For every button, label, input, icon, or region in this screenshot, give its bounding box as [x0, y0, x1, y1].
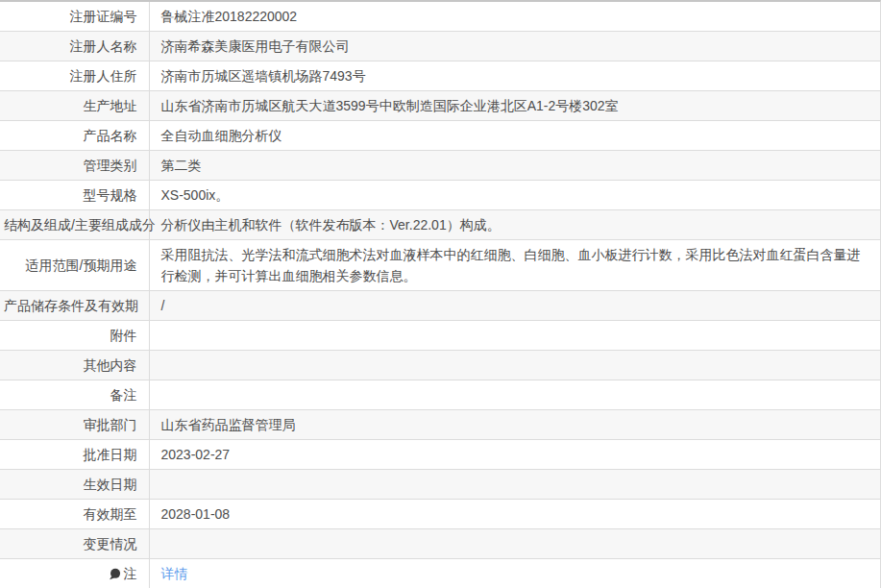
row-value: 详情: [149, 559, 880, 588]
table-row: 注册人名称济南希森美康医用电子有限公司: [0, 32, 880, 61]
row-value: 山东省济南市历城区航天大道3599号中欧制造国际企业港北区A1-2号楼302室: [149, 91, 880, 121]
row-label-text: 批准日期: [84, 447, 137, 462]
row-label-text: 附件: [110, 328, 137, 343]
row-value: 2028-01-08: [149, 500, 880, 529]
row-label-text: 产品名称: [84, 128, 137, 143]
table-row: 产品储存条件及有效期/: [0, 291, 880, 321]
row-value: 第二类: [149, 151, 880, 181]
row-value: 山东省药品监督管理局: [149, 410, 880, 440]
table-row: 批准日期2023-02-27: [0, 440, 880, 470]
row-label-text: 产品储存条件及有效期: [4, 298, 138, 313]
row-value: /: [149, 291, 880, 321]
row-value: 2023-02-27: [149, 440, 880, 470]
row-label-text: 备注: [110, 387, 137, 403]
row-label: 产品储存条件及有效期: [0, 291, 149, 321]
row-label: 管理类别: [0, 151, 149, 181]
row-value-text: 济南希森美康医用电子有限公司: [161, 38, 350, 54]
table-row: 其他内容: [0, 351, 880, 380]
row-label-text: 注: [124, 566, 137, 581]
row-label: 生效日期: [0, 470, 149, 500]
detail-link[interactable]: 详情: [161, 566, 188, 581]
row-label-text: 审批部门: [84, 417, 137, 432]
row-value-text: 山东省药品监督管理局: [161, 417, 296, 432]
row-value: 济南市历城区遥墙镇机场路7493号: [149, 61, 880, 91]
row-label: 注册人名称: [0, 32, 149, 61]
row-value: [149, 529, 880, 559]
row-value: [149, 321, 880, 351]
table-row: 生效日期: [0, 470, 880, 500]
table-row: 备注: [0, 380, 880, 410]
row-label: 结构及组成/主要组成成分: [0, 210, 149, 240]
row-label: 附件: [0, 321, 149, 351]
row-value: [149, 351, 880, 380]
table-row: 生产地址山东省济南市历城区航天大道3599号中欧制造国际企业港北区A1-2号楼3…: [0, 91, 880, 121]
row-value-text: 2023-02-27: [161, 447, 231, 462]
row-value: [149, 470, 880, 500]
row-label-text: 生产地址: [84, 98, 137, 113]
row-value: 济南希森美康医用电子有限公司: [149, 32, 880, 61]
row-label: 备注: [0, 380, 149, 410]
row-value: XS-500ix。: [149, 181, 880, 210]
row-label-text: 生效日期: [84, 477, 137, 492]
row-label-text: 型号规格: [84, 187, 137, 203]
row-label: 生产地址: [0, 91, 149, 121]
table-row: 注详情: [0, 559, 880, 588]
row-value-text: /: [161, 298, 165, 313]
table-row: 审批部门山东省药品监督管理局: [0, 410, 880, 440]
row-label: 有效期至: [0, 500, 149, 529]
row-label: 其他内容: [0, 351, 149, 380]
row-label-text: 注册人住所: [70, 68, 137, 84]
table-row: 附件: [0, 321, 880, 351]
row-label-text: 注册证编号: [70, 9, 137, 24]
row-label-text: 有效期至: [84, 506, 137, 522]
row-label-text: 注册人名称: [70, 38, 137, 54]
row-label: 注: [0, 559, 149, 588]
row-value-text: 采用阻抗法、光学法和流式细胞术法对血液样本中的红细胞、白细胞、血小板进行计数，采…: [161, 247, 861, 283]
row-value-text: XS-500ix。: [161, 187, 230, 203]
row-label: 变更情况: [0, 529, 149, 559]
row-value-text: 山东省济南市历城区航天大道3599号中欧制造国际企业港北区A1-2号楼302室: [161, 98, 619, 113]
row-label-text: 管理类别: [84, 158, 137, 173]
row-value-text: 第二类: [161, 158, 202, 173]
table-row: 管理类别第二类: [0, 151, 880, 181]
row-label-text: 结构及组成/主要组成成分: [4, 217, 156, 233]
row-label: 适用范围/预期用途: [0, 240, 149, 291]
row-label: 注册人住所: [0, 61, 149, 91]
table-row: 适用范围/预期用途采用阻抗法、光学法和流式细胞术法对血液样本中的红细胞、白细胞、…: [0, 240, 880, 291]
table-row: 型号规格XS-500ix。: [0, 181, 880, 210]
row-label-text: 其他内容: [84, 357, 137, 373]
table-row: 注册证编号鲁械注准20182220002: [0, 2, 880, 32]
table-row: 变更情况: [0, 529, 880, 559]
row-label: 批准日期: [0, 440, 149, 470]
row-label: 产品名称: [0, 121, 149, 151]
row-value-text: 2028-01-08: [161, 506, 231, 522]
row-label-text: 变更情况: [84, 536, 137, 551]
table-row: 结构及组成/主要组成成分分析仪由主机和软件（软件发布版本：Ver.22.01）构…: [0, 210, 880, 240]
row-value-text: 鲁械注准20182220002: [161, 9, 298, 24]
row-value: [149, 380, 880, 410]
row-value: 鲁械注准20182220002: [149, 2, 880, 32]
row-value-text: 全自动血细胞分析仪: [161, 128, 282, 143]
row-label: 型号规格: [0, 181, 149, 210]
table-row: 有效期至2028-01-08: [0, 500, 880, 529]
row-value: 采用阻抗法、光学法和流式细胞术法对血液样本中的红细胞、白细胞、血小板进行计数，采…: [149, 240, 880, 291]
row-label: 注册证编号: [0, 2, 149, 32]
row-value-text: 济南市历城区遥墙镇机场路7493号: [161, 68, 366, 84]
row-label-text: 适用范围/预期用途: [26, 257, 137, 273]
row-label: 审批部门: [0, 410, 149, 440]
table-row: 注册人住所济南市历城区遥墙镇机场路7493号: [0, 61, 880, 91]
registration-info-table: 注册证编号鲁械注准20182220002注册人名称济南希森美康医用电子有限公司注…: [0, 0, 881, 588]
row-value-text: 分析仪由主机和软件（软件发布版本：Ver.22.01）构成。: [161, 217, 501, 233]
table-row: 产品名称全自动血细胞分析仪: [0, 121, 880, 151]
note-balloon-icon: [109, 568, 121, 580]
row-value: 全自动血细胞分析仪: [149, 121, 880, 151]
row-value: 分析仪由主机和软件（软件发布版本：Ver.22.01）构成。: [149, 210, 880, 240]
registration-table: 注册证编号鲁械注准20182220002注册人名称济南希森美康医用电子有限公司注…: [0, 2, 880, 588]
